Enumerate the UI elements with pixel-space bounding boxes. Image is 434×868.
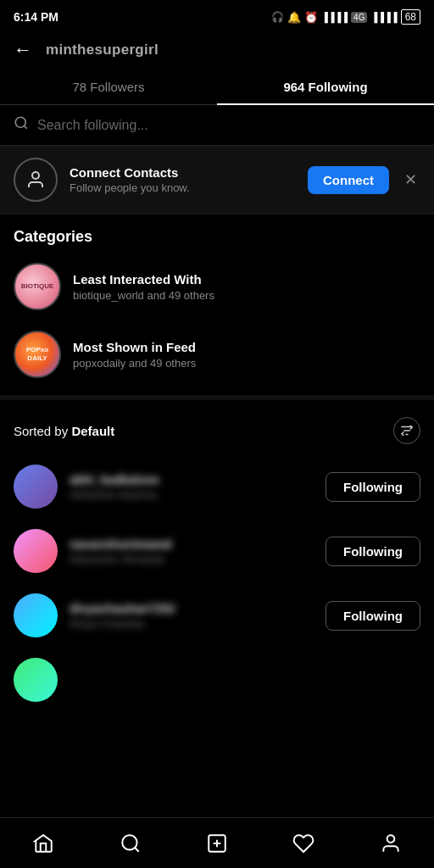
category-2-desc: popxodaily and 49 others bbox=[73, 357, 196, 370]
categories-title: Categories bbox=[0, 214, 434, 253]
following-item-1: abhi_badkalone Abhishek Sharma Following bbox=[0, 454, 434, 519]
name-2: Navanshu Nimawal bbox=[70, 553, 314, 565]
nav-search[interactable] bbox=[108, 821, 153, 865]
following-button-3[interactable]: Following bbox=[326, 601, 420, 631]
handle-1: abhi_badkalone bbox=[70, 473, 314, 487]
following-item-2: navanshunimawal Navanshu Nimawal Followi… bbox=[0, 519, 434, 583]
status-time: 6:14 PM bbox=[14, 10, 58, 24]
bottom-spacer bbox=[0, 712, 434, 771]
connect-contacts-banner: Connect Contacts Follow people you know.… bbox=[0, 146, 434, 214]
svg-point-2 bbox=[32, 172, 39, 179]
svg-point-3 bbox=[122, 835, 136, 849]
avatar-2 bbox=[14, 529, 58, 573]
nav-new-post[interactable] bbox=[195, 821, 239, 865]
tab-followers[interactable]: 78 Followers bbox=[0, 70, 217, 104]
header: ← minthesupergirl bbox=[0, 31, 434, 70]
headphones-icon: 🎧 bbox=[271, 11, 284, 23]
handle-3: divyachauhan7252 bbox=[70, 602, 314, 615]
close-banner-button[interactable]: ✕ bbox=[401, 167, 420, 192]
search-bar bbox=[0, 105, 434, 146]
contact-icon bbox=[14, 158, 58, 202]
connect-button[interactable]: Connect bbox=[308, 166, 389, 194]
category-2-name: Most Shown in Feed bbox=[73, 340, 196, 354]
tab-following[interactable]: 964 Following bbox=[217, 70, 434, 104]
nav-home[interactable] bbox=[21, 821, 65, 865]
category-least-interacted[interactable]: BIOTIQUE Least Interacted With biotique_… bbox=[0, 253, 434, 320]
bottom-nav bbox=[0, 817, 434, 868]
handle-2: navanshunimawal bbox=[70, 537, 314, 551]
tabs-container: 78 Followers 964 Following bbox=[0, 70, 434, 105]
category-1-name: Least Interacted With bbox=[73, 272, 214, 287]
status-icons: 🎧 🔔 ⏰ ▐▐▐▐ 4G ▐▐▐▐ 68 bbox=[271, 9, 420, 25]
category-avatar-2: POPxo DAILY bbox=[14, 331, 61, 378]
category-1-desc: biotique_world and 49 others bbox=[73, 289, 214, 302]
battery-icon: 68 bbox=[401, 9, 420, 25]
following-button-1[interactable]: Following bbox=[326, 472, 420, 502]
sort-row: Sorted by Default bbox=[0, 407, 434, 454]
avatar-3 bbox=[14, 593, 58, 637]
search-icon bbox=[14, 115, 29, 135]
alarm-icon: 🔔 bbox=[287, 11, 301, 24]
status-bar: 6:14 PM 🎧 🔔 ⏰ ▐▐▐▐ 4G ▐▐▐▐ 68 bbox=[0, 0, 434, 31]
svg-point-0 bbox=[15, 117, 25, 127]
following-item-3: divyachauhan7252 Divya Chauhan Following bbox=[0, 583, 434, 648]
avatar-1 bbox=[14, 465, 58, 509]
search-input[interactable] bbox=[37, 118, 420, 133]
nav-profile[interactable] bbox=[369, 821, 413, 865]
sort-label: Sorted by Default bbox=[14, 424, 114, 438]
section-divider bbox=[0, 395, 434, 400]
signal-icon: ▐▐▐▐ bbox=[321, 12, 348, 22]
name-3: Divya Chauhan bbox=[70, 617, 314, 630]
svg-line-1 bbox=[24, 125, 26, 128]
connect-contacts-title: Connect Contacts bbox=[70, 165, 296, 180]
sort-button[interactable] bbox=[393, 417, 420, 444]
username-label: minthesupergirl bbox=[46, 42, 159, 58]
clock-icon: ⏰ bbox=[304, 11, 318, 24]
category-avatar-1: BIOTIQUE bbox=[14, 263, 61, 310]
signal-icon-2: ▐▐▐▐ bbox=[370, 12, 397, 22]
connect-contacts-subtitle: Follow people you know. bbox=[70, 181, 296, 194]
nav-activity[interactable] bbox=[281, 821, 326, 865]
network-badge: 4G bbox=[351, 12, 367, 23]
following-item-4-partial bbox=[0, 648, 434, 712]
following-button-2[interactable]: Following bbox=[326, 537, 420, 566]
avatar-4 bbox=[14, 658, 58, 702]
contact-text: Connect Contacts Follow people you know. bbox=[70, 165, 296, 194]
back-button[interactable]: ← bbox=[14, 39, 32, 61]
svg-line-4 bbox=[135, 848, 139, 852]
svg-point-8 bbox=[387, 835, 394, 843]
name-1: Abhishek Sharma bbox=[70, 488, 314, 501]
category-most-shown[interactable]: POPxo DAILY Most Shown in Feed popxodail… bbox=[0, 320, 434, 388]
